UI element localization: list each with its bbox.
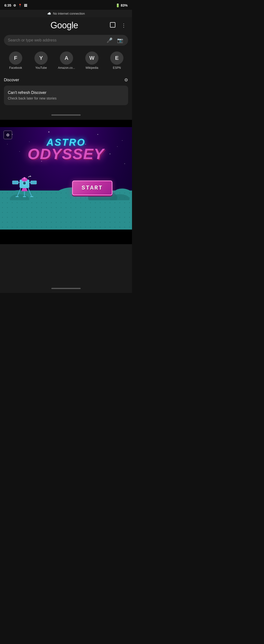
no-internet-icon: ☁️ bbox=[47, 12, 51, 15]
shortcut-youtube[interactable]: Y YouTube bbox=[28, 52, 54, 70]
battery-level: 83% bbox=[121, 4, 127, 7]
black-divider bbox=[0, 120, 132, 127]
discover-card-title: Can't refresh Discover bbox=[8, 90, 124, 95]
amazon-label: Amazon.co... bbox=[58, 66, 75, 70]
tabs-icon bbox=[110, 22, 115, 28]
game-title-odyssey: ODYSSEY bbox=[0, 146, 132, 162]
youtube-avatar: Y bbox=[35, 52, 48, 65]
discover-title: Discover bbox=[4, 78, 19, 82]
location-icon: 📍 bbox=[18, 4, 22, 7]
home-indicator-area bbox=[0, 108, 132, 120]
search-section: 🎤 📷 bbox=[0, 32, 132, 50]
search-input[interactable] bbox=[8, 38, 103, 42]
shortcut-amazon[interactable]: A Amazon.co... bbox=[54, 52, 79, 70]
tabs-button[interactable] bbox=[109, 21, 116, 30]
bottom-nav-area bbox=[0, 244, 132, 293]
voice-search-button[interactable]: 🎤 bbox=[106, 37, 114, 43]
discover-card-subtitle: Check back later for new stories bbox=[8, 96, 124, 100]
status-time: 6:35 bbox=[5, 4, 11, 7]
lander bbox=[12, 175, 37, 202]
status-right: 🔋 83% bbox=[116, 4, 127, 7]
amazon-avatar: A bbox=[60, 52, 73, 65]
shortcuts-section: F Facebook Y YouTube A Amazon.co... W Wi… bbox=[0, 50, 132, 74]
start-game-button[interactable]: START bbox=[72, 180, 112, 196]
bottom-black-divider bbox=[0, 230, 132, 244]
svg-point-23 bbox=[24, 177, 25, 179]
discover-card: Can't refresh Discover Check back later … bbox=[4, 86, 128, 105]
browser-header: Google ⋮ bbox=[0, 17, 132, 32]
svg-line-28 bbox=[17, 188, 21, 196]
lander-svg bbox=[12, 175, 37, 202]
discover-section: Discover ⚙ Can't refresh Discover Check … bbox=[0, 74, 132, 108]
espn-label: ESPN bbox=[113, 66, 121, 70]
no-internet-message: No internet connection bbox=[53, 12, 85, 15]
menu-button[interactable]: ⋮ bbox=[120, 22, 127, 29]
espn-avatar: E bbox=[110, 52, 123, 65]
shortcut-espn[interactable]: E ESPN bbox=[105, 52, 129, 70]
discover-header: Discover ⚙ bbox=[4, 77, 128, 83]
status-left: 6:35 ⚙ 📍 🖼 bbox=[5, 4, 27, 7]
svg-point-13 bbox=[124, 164, 125, 164]
browser-title: Google bbox=[20, 20, 109, 30]
svg-line-29 bbox=[28, 188, 32, 196]
discover-settings-button[interactable]: ⚙ bbox=[124, 77, 128, 83]
lens-search-button[interactable]: 📷 bbox=[116, 37, 124, 43]
facebook-avatar: F bbox=[9, 52, 22, 65]
shortcut-wikipedia[interactable]: W Wikipedia bbox=[79, 52, 105, 70]
wikipedia-label: Wikipedia bbox=[86, 66, 98, 70]
svg-marker-34 bbox=[22, 188, 27, 191]
svg-point-2 bbox=[48, 132, 49, 132]
youtube-label: YouTube bbox=[35, 66, 47, 70]
svg-rect-24 bbox=[12, 181, 18, 184]
shortcut-facebook[interactable]: F Facebook bbox=[3, 52, 28, 70]
game-section: ⚙ ASTRO ODYSSEY bbox=[0, 127, 132, 230]
battery-icon: 🔋 bbox=[116, 4, 120, 7]
svg-point-4 bbox=[97, 134, 98, 135]
bottom-nav-pill bbox=[51, 288, 81, 289]
svg-point-21 bbox=[24, 182, 25, 184]
header-actions: ⋮ bbox=[109, 21, 127, 30]
no-internet-banner: ☁️ No internet connection bbox=[0, 10, 132, 17]
game-title-area: ASTRO ODYSSEY bbox=[0, 137, 132, 162]
screenshot-icon: 🖼 bbox=[24, 4, 27, 7]
start-button-label: START bbox=[82, 185, 103, 191]
search-bar[interactable]: 🎤 📷 bbox=[4, 35, 128, 46]
home-pill bbox=[51, 114, 81, 116]
wikipedia-avatar: W bbox=[85, 52, 98, 65]
svg-rect-25 bbox=[31, 181, 37, 184]
settings-icon: ⚙ bbox=[13, 4, 16, 7]
facebook-label: Facebook bbox=[9, 66, 22, 70]
status-bar: 6:35 ⚙ 📍 🖼 🔋 83% bbox=[0, 0, 132, 10]
